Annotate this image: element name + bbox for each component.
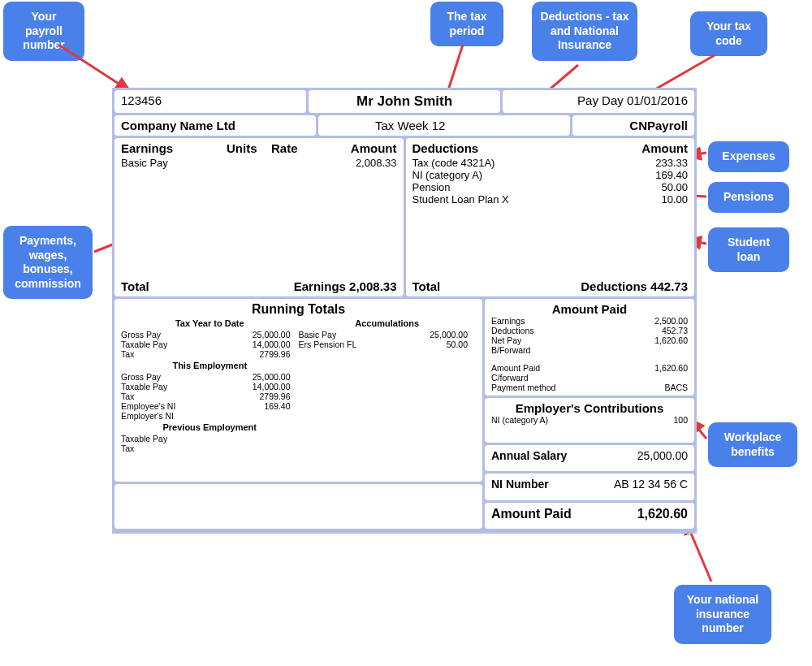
- ded-amount: 50.00: [661, 181, 688, 193]
- earnings-amount: Amount: [312, 141, 397, 155]
- bottom-left: Running Totals Tax Year to Date Gross Pa…: [114, 299, 482, 529]
- callout-tax-code: Your tax code: [690, 11, 767, 56]
- employer-contributions-box: Employer's Contributions NI (category A)…: [485, 398, 694, 443]
- company-name: Company Name Ltd: [114, 115, 316, 136]
- rt-r: 25,000.00: [430, 330, 476, 339]
- rt-l: Taxable Pay: [121, 434, 291, 443]
- rt-r: 25,000.00: [253, 372, 299, 382]
- ap-l: Earnings: [491, 316, 654, 326]
- ap-l: Payment method: [491, 383, 664, 392]
- earnings-rate: Rate: [271, 141, 312, 155]
- deduction-line: Pension50.00: [412, 181, 689, 193]
- rt-l: Gross Pay: [121, 330, 253, 339]
- ap-r: 1,620.60: [654, 335, 688, 345]
- amount-paid-row: Amount Paid 1,620.60: [485, 503, 694, 529]
- ni-number-row: NI Number AB 12 34 56 C: [485, 474, 694, 500]
- rt-l: Tax: [121, 391, 260, 401]
- rt-r: 14,000.00: [253, 382, 299, 391]
- rt-l: Basic Pay: [299, 330, 430, 339]
- ded-amount: 10.00: [661, 193, 688, 205]
- rt-l: Employee's NI: [121, 401, 264, 411]
- rt-r: 169.40: [264, 401, 298, 411]
- deduction-line: NI (category A)169.40: [412, 169, 689, 181]
- blank-cell: [114, 484, 482, 529]
- total-value: Earnings 2,008.33: [294, 279, 397, 293]
- total-label: Total: [412, 279, 581, 293]
- ap-l: B/Forward: [491, 345, 688, 355]
- earnings-line: Basic Pay 2,008.33: [121, 157, 397, 169]
- system-name: CNPayroll: [572, 115, 694, 136]
- earnings-units: Units: [227, 141, 271, 155]
- amount-paid-label: Amount Paid: [491, 507, 637, 525]
- callout-workplace-benefits: Workplace benefits: [708, 422, 797, 467]
- rt-r: [291, 411, 299, 421]
- running-totals-title: Running Totals: [121, 302, 476, 317]
- ap-r: 452.73: [662, 326, 688, 335]
- ec-l: NI (category A): [491, 415, 673, 425]
- earnings-block: Earnings Units Rate Amount Basic Pay 2,0…: [114, 138, 404, 296]
- ded-label: Student Loan Plan X: [412, 193, 662, 205]
- ap-r: 2,500.00: [654, 316, 688, 326]
- main-row: Earnings Units Rate Amount Basic Pay 2,0…: [114, 138, 694, 296]
- deductions-label: Deductions: [412, 141, 551, 155]
- ap-r: BACS: [664, 383, 688, 392]
- ded-label: Pension: [412, 181, 662, 193]
- callout-ni-number: Your national insurance number: [674, 585, 771, 644]
- payslip: 123456 Mr John Smith Pay Day 01/01/2016 …: [112, 88, 697, 534]
- rt-l: Gross Pay: [121, 372, 253, 382]
- rt-r: 14,000.00: [253, 339, 299, 349]
- rt-l: Taxable Pay: [121, 339, 253, 349]
- header-row: 123456 Mr John Smith Pay Day 01/01/2016: [114, 90, 694, 113]
- rt-section-name: Tax Year to Date: [121, 318, 299, 328]
- rt-r: 25,000.00: [253, 330, 299, 339]
- rt-r: 50.00: [447, 339, 476, 349]
- total-value: Deductions 442.73: [581, 279, 688, 293]
- callout-pensions: Pensions: [708, 182, 789, 213]
- earnings-header: Earnings Units Rate Amount: [121, 141, 397, 155]
- bottom-row: Running Totals Tax Year to Date Gross Pa…: [114, 299, 694, 529]
- total-label: Total: [121, 279, 294, 293]
- annual-salary-value: 25,000.00: [637, 449, 688, 467]
- rt-l: Tax: [121, 443, 291, 453]
- ded-amount: 169.40: [655, 169, 688, 181]
- ap-l: Amount Paid: [491, 363, 654, 373]
- bottom-right: Amount Paid Earnings2,500.00 Deductions4…: [485, 299, 694, 529]
- deductions-total: Total Deductions 442.73: [412, 275, 689, 293]
- basic-pay-label: Basic Pay: [121, 157, 227, 169]
- callout-expenses: Expenses: [708, 141, 789, 172]
- rt-r: 2799.96: [260, 391, 299, 401]
- ap-l: Deductions: [491, 326, 662, 335]
- rt-section-name: Previous Employment: [121, 422, 299, 432]
- sub-header-row: Company Name Ltd Tax Week 12 CNPayroll: [114, 115, 694, 136]
- amount-paid-box: Amount Paid Earnings2,500.00 Deductions4…: [485, 299, 694, 396]
- deduction-line: Student Loan Plan X10.00: [412, 193, 689, 205]
- deduction-line: Tax (code 4321A)233.33: [412, 157, 689, 169]
- rt-r: [291, 443, 299, 453]
- ded-amount: 233.33: [655, 157, 688, 169]
- rt-section-name: Accumulations: [299, 318, 477, 328]
- annual-salary-label: Annual Salary: [491, 449, 637, 467]
- rt-right-col: Accumulations Basic Pay25,000.00 Ers Pen…: [299, 317, 477, 453]
- amount-paid-value: 1,620.60: [637, 507, 688, 525]
- pay-day: Pay Day 01/01/2016: [503, 90, 694, 113]
- rt-section-name: This Employment: [121, 361, 299, 370]
- payroll-number: 123456: [114, 90, 306, 113]
- tax-week: Tax Week 12: [318, 115, 570, 136]
- callout-student-loan: Student loan: [708, 227, 789, 272]
- ec-r: 100: [673, 415, 688, 425]
- ded-label: NI (category A): [412, 169, 656, 181]
- ap-l: [491, 355, 688, 363]
- rt-l: Employer's NI: [121, 411, 291, 421]
- rt-l: Tax: [121, 349, 260, 359]
- ni-number-value: AB 12 34 56 C: [614, 478, 688, 495]
- ap-l: Net Pay: [491, 335, 654, 345]
- earnings-total: Total Earnings 2,008.33: [121, 275, 397, 293]
- ded-label: Tax (code 4321A): [412, 157, 656, 169]
- basic-pay-amount: 2,008.33: [227, 157, 397, 169]
- employee-name: Mr John Smith: [309, 90, 500, 113]
- deductions-amount-label: Amount: [550, 141, 688, 155]
- amount-paid-title: Amount Paid: [491, 302, 688, 316]
- deductions-header: Deductions Amount: [412, 141, 689, 155]
- rt-l: Ers Pension FL: [299, 339, 447, 349]
- callout-deductions: Deductions - tax and National Insurance: [532, 2, 637, 61]
